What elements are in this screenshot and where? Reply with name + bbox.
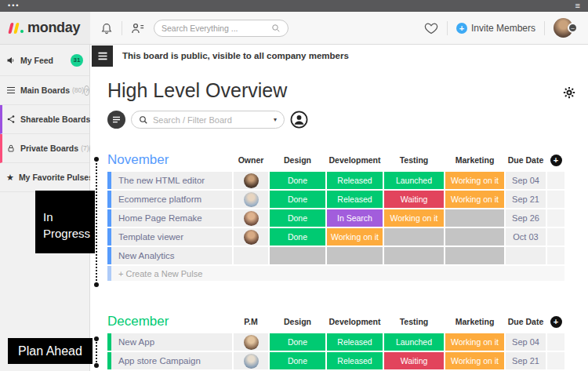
pulse-name-cell[interactable]: The new HTML editor <box>107 172 232 189</box>
owner-cell[interactable] <box>234 228 268 246</box>
due-date-cell[interactable]: Sep 04 <box>506 172 546 189</box>
sidebar-item-shareable-boards[interactable]: Shareable Boards (6) ? <box>0 105 89 134</box>
column-header[interactable]: Due Date <box>506 317 546 326</box>
status-cell[interactable] <box>445 228 504 246</box>
window-menu-icon[interactable]: ≡ <box>575 2 580 10</box>
status-cell[interactable]: Released <box>327 191 383 208</box>
column-header[interactable]: Testing <box>384 155 444 165</box>
due-date-cell[interactable] <box>506 247 546 264</box>
add-column-button[interactable]: + <box>547 155 564 166</box>
search-placeholder: Search Everything ... <box>162 24 238 33</box>
pulse-name-cell[interactable]: Ecommerce platform <box>107 191 232 208</box>
status-cell[interactable]: Released <box>327 333 383 351</box>
column-header[interactable]: Development <box>327 155 383 165</box>
global-search-input[interactable]: Search Everything ... <box>154 20 289 37</box>
add-column-button[interactable]: + <box>547 316 564 328</box>
status-cell[interactable]: Working on it <box>327 228 383 246</box>
pulse-name-cell[interactable]: New Analytics <box>107 247 232 264</box>
logo[interactable]: monday <box>0 12 90 44</box>
status-cell[interactable]: Working on it <box>445 333 504 351</box>
pulse-name-cell[interactable]: Template viewer <box>107 228 232 246</box>
table-row: App store CampaignDoneReleasedWaitingWor… <box>107 352 564 369</box>
avatar <box>244 354 259 369</box>
sidebar-item-my-feed[interactable]: My Feed 31 <box>0 45 89 76</box>
column-header[interactable]: Design <box>270 155 325 165</box>
status-cell[interactable] <box>270 247 325 264</box>
due-date-cell[interactable]: Sep 21 <box>506 191 546 208</box>
board-filter-input[interactable]: Search / Filter Board ▾ <box>131 111 285 129</box>
board-menu-button[interactable] <box>92 45 113 67</box>
column-header[interactable]: Due Date <box>506 155 546 165</box>
column-header[interactable]: Owner <box>234 155 268 165</box>
timeline-bracket-december <box>96 340 97 365</box>
status-cell[interactable]: Working on it <box>384 209 444 227</box>
sidebar-item-main-boards[interactable]: Main Boards (80) ? <box>0 76 89 105</box>
bell-icon[interactable] <box>100 22 113 35</box>
person-filter-icon[interactable] <box>290 111 308 129</box>
status-cell[interactable] <box>384 228 444 246</box>
feed-count-badge: 31 <box>71 54 83 67</box>
caret-down-icon[interactable]: ▾ <box>274 116 277 123</box>
status-cell[interactable]: Launched <box>384 172 444 189</box>
column-header[interactable]: Testing <box>384 317 444 326</box>
people-menu-icon[interactable] <box>131 22 145 35</box>
sidebar-item-favorite-pulses[interactable]: ★ My Favorite Pulses (3) <box>0 163 89 192</box>
due-date-cell[interactable]: Oct 03 <box>506 228 546 246</box>
avatar-status-badge[interactable]: – <box>568 23 578 33</box>
due-date-cell[interactable]: Sep 04 <box>506 333 546 351</box>
status-cell[interactable] <box>327 247 383 264</box>
status-cell[interactable]: Done <box>270 333 325 351</box>
pulse-name-cell[interactable]: App store Campaign <box>107 352 232 369</box>
filter-menu-button[interactable] <box>107 111 125 129</box>
help-icon[interactable]: ? <box>84 85 89 96</box>
group-title[interactable]: November <box>107 152 232 168</box>
boards-list-icon <box>6 86 16 94</box>
pulse-name-cell[interactable]: New App <box>107 333 232 351</box>
status-cell[interactable]: In Search <box>327 209 383 227</box>
owner-cell[interactable] <box>234 247 268 264</box>
gear-icon[interactable] <box>562 85 576 100</box>
column-header[interactable]: Marketing <box>445 317 504 326</box>
sidebar-item-label: Private Boards <box>20 144 78 153</box>
sidebar-item-private-boards[interactable]: Private Boards (7) ? <box>0 134 89 163</box>
invite-members-button[interactable]: + Invite Members <box>456 23 535 34</box>
plus-icon: + <box>550 316 562 328</box>
sidebar-item-label: Main Boards <box>20 85 70 95</box>
status-cell[interactable]: Done <box>270 172 325 189</box>
status-cell[interactable] <box>445 247 504 264</box>
create-new-pulse[interactable]: + Create a New Pulse <box>107 266 564 281</box>
column-header[interactable]: P.M <box>234 317 268 326</box>
status-cell[interactable]: Launched <box>384 333 444 351</box>
column-header[interactable]: Marketing <box>445 155 504 165</box>
group-title[interactable]: December <box>107 314 232 329</box>
table-row: Template viewerDoneWorking on itOct 03 <box>107 228 564 246</box>
owner-cell[interactable] <box>234 209 268 227</box>
status-cell[interactable]: Done <box>270 228 325 246</box>
due-date-cell[interactable]: Sep 21 <box>506 352 546 369</box>
status-cell[interactable] <box>384 247 444 264</box>
status-cell[interactable]: Done <box>270 352 325 369</box>
status-cell[interactable]: Done <box>270 209 325 227</box>
status-cell[interactable]: Working on it <box>445 352 504 369</box>
table-row: The new HTML editorDoneReleasedLaunchedW… <box>107 172 564 189</box>
column-header[interactable]: Development <box>327 317 383 326</box>
board-title[interactable]: High Level Overview <box>107 79 588 102</box>
due-date-cell[interactable]: Sep 26 <box>506 209 546 227</box>
window-controls-icon[interactable]: ••• <box>8 2 20 9</box>
status-cell[interactable]: Working on it <box>445 191 504 208</box>
owner-cell[interactable] <box>234 172 268 189</box>
status-cell[interactable]: Waiting <box>384 352 444 369</box>
heart-icon[interactable] <box>424 22 438 35</box>
status-cell[interactable]: Done <box>270 191 325 208</box>
column-header[interactable]: Design <box>270 317 325 326</box>
status-cell[interactable] <box>445 209 504 227</box>
status-cell[interactable]: Working on it <box>445 172 504 189</box>
status-cell[interactable]: Released <box>327 352 383 369</box>
owner-cell[interactable] <box>234 352 268 369</box>
status-cell[interactable]: Released <box>327 172 383 189</box>
status-cell[interactable]: Waiting <box>384 191 444 208</box>
monday-logo-icon <box>9 22 24 34</box>
pulse-name-cell[interactable]: Home Page Remake <box>107 209 232 227</box>
owner-cell[interactable] <box>234 191 268 208</box>
owner-cell[interactable] <box>234 333 268 351</box>
